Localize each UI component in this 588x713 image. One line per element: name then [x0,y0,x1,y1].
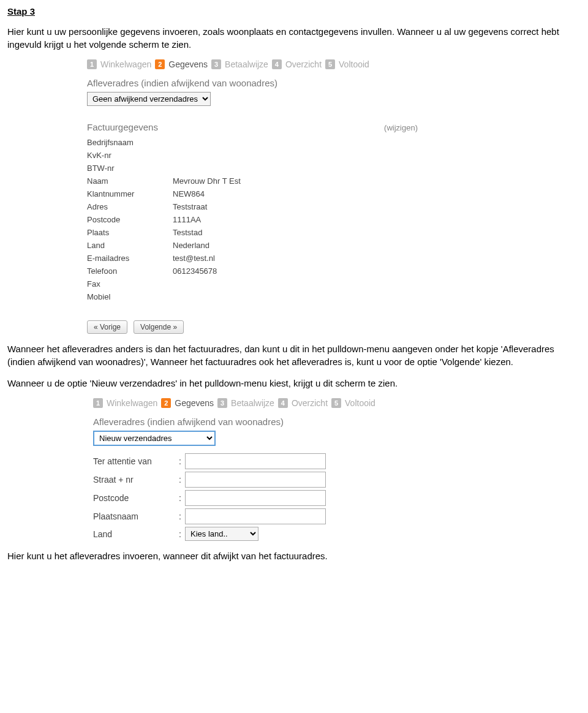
afleveradres-title-2: Afleveradres (indien afwijkend van woona… [93,417,461,427]
afleveradres-select-open[interactable]: Nieuw verzendadres [93,431,216,446]
row-bedrijfsnaam: Bedrijfsnaam [87,136,241,149]
step-num-1: 1 [87,59,97,69]
label-straat: Straat + nr [93,475,179,485]
step-num-5: 5 [325,59,335,69]
label-postcode2: Postcode [93,493,179,503]
screenshot-nieuw-verzendadres: 1 Winkelwagen 2 Gegevens 3 Betaalwijze 4… [93,398,461,541]
step-label-3: Betaalwijze [225,59,268,69]
step-label-2b: Gegevens [175,398,214,408]
input-plaatsnaam[interactable] [185,508,326,524]
row-kvk: KvK-nr [87,149,241,162]
step-num-2: 2 [155,59,165,69]
row-land2: Land : Kies land.. [93,527,461,541]
input-tav[interactable] [185,453,326,469]
row-land: LandNederland [87,239,241,252]
step-label-5: Voltooid [339,59,369,69]
afleveradres-title: Afleveradres (indien afwijkend van woona… [87,78,454,88]
factuur-details: Bedrijfsnaam KvK-nr BTW-nr NaamMevrouw D… [87,136,241,303]
row-email: E-mailadrestest@test.nl [87,252,241,265]
row-btw: BTW-nr [87,162,241,175]
step-label-4: Overzicht [285,59,322,69]
checkout-stepper-2: 1 Winkelwagen 2 Gegevens 3 Betaalwijze 4… [93,398,461,408]
step-num-3b: 3 [217,398,227,408]
row-postcode2: Postcode : [93,490,461,506]
step-heading: Stap 3 [7,6,581,17]
step-label-2: Gegevens [168,59,208,69]
step-num-3: 3 [211,59,221,69]
checkout-stepper: 1 Winkelwagen 2 Gegevens 3 Betaalwijze 4… [87,59,454,69]
step-label-5b: Voltooid [345,398,375,408]
mid-text-2: Wanneer u de optie 'Nieuw verzendadres' … [7,377,581,390]
step-num-5b: 5 [331,398,341,408]
row-tav: Ter attentie van : [93,453,461,469]
step-label-1: Winkelwagen [100,59,151,69]
label-plaatsnaam: Plaatsnaam [93,511,179,521]
row-telefoon: Telefoon0612345678 [87,265,241,277]
select-land[interactable]: Kies land.. [185,527,258,541]
wijzigen-link[interactable]: (wijzigen) [384,123,418,132]
row-straat: Straat + nr : [93,472,461,488]
input-straat[interactable] [185,472,326,488]
row-plaats: PlaatsTeststad [87,226,241,239]
prev-button[interactable]: « Vorige [87,320,127,334]
mid-text-1: Wanneer het afleveradres anders is dan h… [7,342,581,368]
row-fax: Fax [87,277,241,290]
intro-text: Hier kunt u uw persoonlijke gegevens inv… [7,25,581,51]
row-mobiel: Mobiel [87,290,241,303]
step-num-1b: 1 [93,398,103,408]
row-klantnummer: KlantnummerNEW864 [87,187,241,200]
afleveradres-select[interactable]: Geen afwijkend verzendadres [87,92,211,106]
step-num-4b: 4 [278,398,288,408]
row-postcode: Postcode1111AA [87,213,241,226]
factuur-title: Factuurgegevens [87,122,384,132]
next-button[interactable]: Volgende » [134,320,184,334]
row-plaatsnaam: Plaatsnaam : [93,508,461,524]
row-naam: NaamMevrouw Dhr T Est [87,175,241,187]
step-num-4: 4 [272,59,282,69]
step-label-1b: Winkelwagen [107,398,157,408]
input-postcode2[interactable] [185,490,326,506]
outro-text: Hier kunt u het afleveradres invoeren, w… [7,549,581,562]
step-label-3b: Betaalwijze [231,398,274,408]
step-num-2b: 2 [161,398,171,408]
row-adres: AdresTeststraat [87,200,241,213]
label-land2: Land [93,529,179,539]
screenshot-gegevens: 1 Winkelwagen 2 Gegevens 3 Betaalwijze 4… [87,59,454,334]
step-label-4b: Overzicht [292,398,328,408]
label-tav: Ter attentie van [93,456,179,466]
